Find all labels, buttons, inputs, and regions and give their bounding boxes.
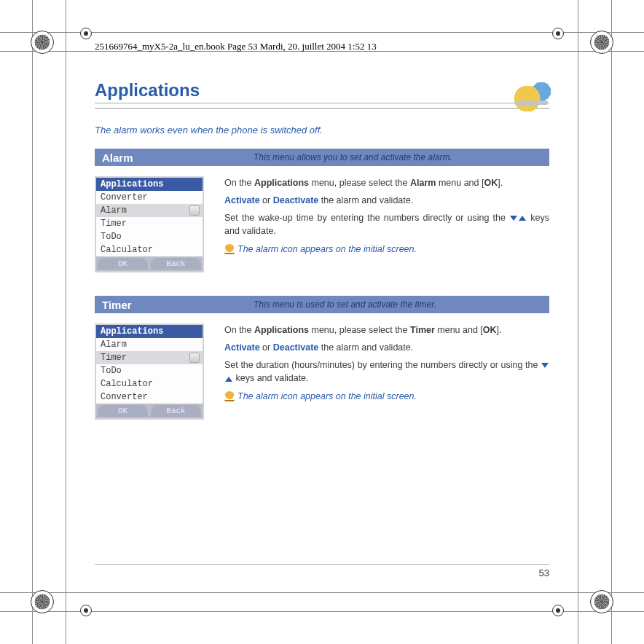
- bell-icon: [224, 391, 235, 401]
- phone-screenshot-timer: Applications Alarm Timer ToDo Calculator…: [95, 323, 204, 420]
- intro-text: The alarm works even when the phone is s…: [95, 125, 549, 136]
- section-bar-timer: Timer This menu is used to set and activ…: [95, 296, 549, 313]
- section-body-text: On the Applications menu, please select …: [224, 176, 549, 272]
- list-item-selected: Alarm: [96, 204, 203, 217]
- softkey-ok: OK: [98, 405, 148, 417]
- list-item: Timer: [96, 217, 203, 230]
- arrow-down-icon: [541, 363, 549, 368]
- crop-dot-icon: [552, 605, 564, 616]
- phone-screenshot-alarm: Applications Converter Alarm Timer ToDo …: [95, 176, 204, 272]
- softkey-ok: OK: [98, 258, 148, 270]
- bell-icon: [224, 244, 235, 254]
- list-item: ToDo: [96, 364, 203, 377]
- list-item: Alarm: [96, 338, 203, 351]
- list-item: Calculator: [96, 377, 203, 390]
- page-title: Applications: [95, 80, 200, 101]
- list-item: Converter: [96, 191, 203, 204]
- section-desc: This menu allows you to set and activate…: [254, 152, 452, 162]
- list-item: Calculator: [96, 243, 203, 256]
- applications-icon: [513, 79, 554, 115]
- arrow-down-icon: [510, 216, 517, 221]
- section-bar-alarm: Alarm This menu allows you to set and ac…: [95, 149, 549, 166]
- page-number: 53: [539, 568, 549, 578]
- crop-dot-icon: [80, 605, 92, 616]
- registration-mark-icon: [31, 31, 54, 54]
- crop-dot-icon: [552, 28, 564, 39]
- softkey-back: Back: [151, 258, 201, 270]
- crop-dot-icon: [80, 28, 92, 39]
- section-body-text: On the Applications menu, please select …: [224, 323, 549, 420]
- registration-mark-icon: [31, 590, 54, 613]
- arrow-up-icon: [225, 377, 232, 382]
- arrow-up-icon: [519, 216, 526, 221]
- phone-title: Applications: [96, 325, 203, 338]
- list-item-selected: Timer: [96, 351, 203, 364]
- softkey-back: Back: [151, 405, 201, 417]
- registration-mark-icon: [590, 590, 613, 613]
- page-footer: 53: [95, 564, 549, 578]
- list-item: Converter: [96, 390, 203, 404]
- section-desc: This menu is used to set and activate th…: [254, 299, 436, 310]
- phone-title: Applications: [96, 178, 203, 191]
- list-item: ToDo: [96, 230, 203, 243]
- book-stamp: 251669764_myX5-2a_lu_en.book Page 53 Mar…: [95, 41, 377, 52]
- section-title: Timer: [102, 299, 204, 311]
- section-title: Alarm: [102, 152, 204, 164]
- registration-mark-icon: [590, 31, 613, 54]
